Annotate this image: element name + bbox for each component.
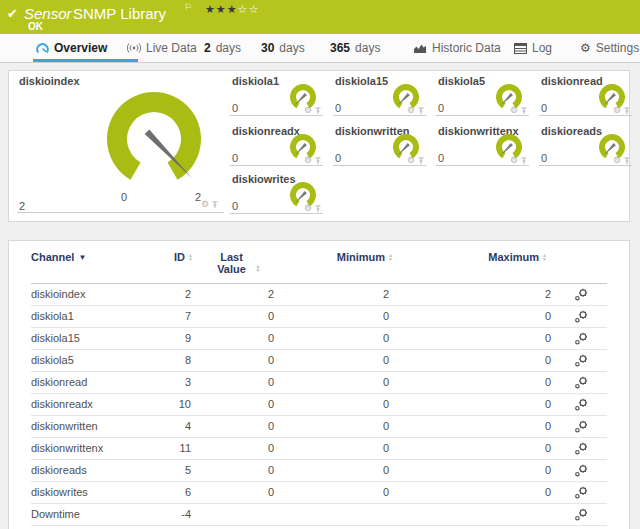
gauge-tile-diskionwrittenx: diskionwrittenx 0 ⚙: [436, 125, 532, 169]
pin-icon[interactable]: [417, 157, 425, 165]
tab-2-days-label: days: [216, 41, 241, 55]
gear-icon[interactable]: ⚙: [304, 156, 312, 165]
channel-settings-icon[interactable]: [574, 310, 588, 323]
channel-settings-icon[interactable]: [574, 354, 588, 367]
channel-maximum: 0: [393, 328, 555, 349]
table-row-diskioreads: diskioreads 5 0 0 0: [31, 460, 607, 482]
channel-name[interactable]: diskionread: [31, 372, 161, 393]
pin-icon[interactable]: [314, 205, 322, 213]
tab-365-days[interactable]: 365 days: [330, 41, 380, 55]
tab-2-days[interactable]: 2 days: [204, 41, 241, 55]
gauge-value: 0: [541, 102, 547, 114]
priority-rating[interactable]: ★★★☆☆: [205, 3, 259, 16]
channel-settings-icon[interactable]: [574, 288, 588, 301]
channel-maximum: 0: [393, 372, 555, 393]
table-row-diskiola15: diskiola15 9 0 0 0: [31, 328, 607, 350]
channel-name[interactable]: diskiowrites: [31, 482, 161, 503]
gear-icon[interactable]: ⚙: [510, 106, 518, 115]
gear-icon[interactable]: ⚙: [407, 106, 415, 115]
tile-divider: [230, 213, 323, 214]
gear-icon[interactable]: ⚙: [613, 156, 621, 165]
channel-settings-icon[interactable]: [574, 486, 588, 499]
channel-name[interactable]: diskionwrittenx: [31, 438, 161, 459]
stars-empty[interactable]: ☆☆: [238, 3, 260, 15]
gear-icon[interactable]: ⚙: [304, 204, 312, 213]
channel-id: 4: [161, 416, 193, 437]
channel-settings-icon[interactable]: [574, 464, 588, 477]
channel-id: 10: [161, 394, 193, 415]
channel-maximum: 0: [393, 350, 555, 371]
page-title: SNMP Library: [73, 5, 166, 22]
gauge-value: 0: [232, 152, 238, 164]
channel-name[interactable]: Downtime: [31, 504, 161, 525]
channel-id: 9: [161, 328, 193, 349]
tab-log[interactable]: Log: [514, 41, 552, 55]
column-header-id-label: ID: [174, 251, 185, 263]
channel-settings-icon[interactable]: [574, 420, 588, 433]
tile-divider: [436, 115, 529, 116]
active-tab-underline: [33, 59, 138, 62]
channel-settings-icon[interactable]: [574, 508, 588, 521]
tab-live-data[interactable]: Live Data: [127, 41, 197, 55]
tile-divider: [230, 115, 323, 116]
gauge-value: 0: [438, 152, 444, 164]
column-header-id[interactable]: ID ▲▼: [161, 251, 193, 283]
gauge-value: 0: [232, 102, 238, 114]
channel-minimum: 0: [278, 350, 393, 371]
pin-icon[interactable]: [520, 107, 528, 115]
channel-id: 3: [161, 372, 193, 393]
channel-name[interactable]: diskioindex: [31, 284, 161, 305]
channel-name[interactable]: diskiola5: [31, 350, 161, 371]
column-header-maximum[interactable]: Maximum ▲▼: [393, 251, 555, 283]
channel-settings-icon[interactable]: [574, 376, 588, 389]
gauge-value: 0: [438, 102, 444, 114]
gear-icon[interactable]: ⚙: [510, 156, 518, 165]
channel-settings-icon[interactable]: [574, 332, 588, 345]
pin-icon[interactable]: [520, 157, 528, 165]
gear-icon[interactable]: ⚙: [304, 106, 312, 115]
sort-arrows-icon: ▲▼: [542, 253, 547, 261]
pin-icon[interactable]: [623, 157, 631, 165]
channel-last-value: 0: [193, 416, 278, 437]
gauge-tile-diskioreads: diskioreads 0 ⚙: [539, 125, 635, 169]
pin-icon[interactable]: [417, 107, 425, 115]
tab-historic-data[interactable]: Historic Data: [413, 41, 501, 55]
pin-icon[interactable]: [314, 157, 322, 165]
column-header-minimum[interactable]: Minimum ▲▼: [278, 251, 393, 283]
table-row-diskionwrittenx: diskionwrittenx 11 0 0 0: [31, 438, 607, 460]
flag-icon[interactable]: ⚐: [184, 2, 192, 12]
channel-last-value: 0: [193, 350, 278, 371]
channel-name[interactable]: diskioreads: [31, 460, 161, 481]
tab-overview[interactable]: Overview: [36, 41, 107, 55]
pin-icon[interactable]: [211, 201, 219, 209]
gauge-title: diskionread: [541, 75, 603, 87]
pin-icon[interactable]: [314, 107, 322, 115]
gear-icon[interactable]: ⚙: [201, 200, 209, 209]
channel-maximum: [393, 504, 555, 525]
tab-30-days[interactable]: 30 days: [261, 41, 305, 55]
pin-icon[interactable]: [623, 107, 631, 115]
gear-icon[interactable]: ⚙: [407, 156, 415, 165]
channel-settings-icon[interactable]: [574, 398, 588, 411]
tab-overview-label: Overview: [54, 41, 107, 55]
channel-id: -4: [161, 504, 193, 525]
channel-maximum: 0: [393, 394, 555, 415]
channel-name[interactable]: diskiola15: [31, 328, 161, 349]
channel-last-value: 0: [193, 438, 278, 459]
tab-settings[interactable]: ⚙ Settings: [580, 41, 639, 55]
stars-filled[interactable]: ★★★: [205, 3, 238, 15]
gear-icon[interactable]: ⚙: [613, 106, 621, 115]
column-header-minimum-label: Minimum: [337, 251, 385, 263]
channel-id: 11: [161, 438, 193, 459]
gauge-value: 2: [19, 200, 25, 212]
column-header-last-value[interactable]: Last Value ▲▼: [193, 251, 278, 283]
channel-name[interactable]: diskionreadx: [31, 394, 161, 415]
column-header-channel[interactable]: Channel ▼: [31, 251, 161, 283]
channel-maximum: 2: [393, 284, 555, 305]
channel-name[interactable]: diskionwritten: [31, 416, 161, 437]
channel-maximum: 0: [393, 306, 555, 327]
column-header-maximum-label: Maximum: [488, 251, 539, 263]
channel-maximum: 0: [393, 460, 555, 481]
channel-name[interactable]: diskiola1: [31, 306, 161, 327]
channel-settings-icon[interactable]: [574, 442, 588, 455]
